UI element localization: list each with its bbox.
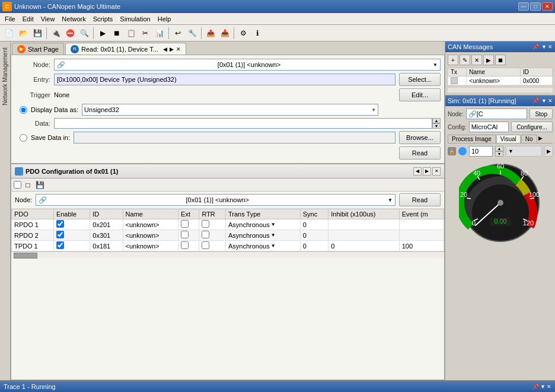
- toolbar-btn13[interactable]: ℹ: [251, 27, 264, 40]
- toolbar-btn9[interactable]: 🔧: [186, 27, 199, 40]
- sim-node-combo[interactable]: 🔗 [C: [466, 109, 528, 119]
- toolbar-btn5[interactable]: 📋: [125, 27, 138, 40]
- can-btn3[interactable]: ✕: [471, 55, 482, 65]
- toolbar-open[interactable]: 📂: [17, 27, 30, 40]
- pdo-nav-right[interactable]: ▶: [423, 167, 431, 176]
- pdo-btn2[interactable]: 💾: [34, 180, 45, 190]
- can-btn4[interactable]: ▶: [483, 55, 494, 65]
- browse-button[interactable]: Browse...: [399, 131, 441, 144]
- pdo-enable-0[interactable]: [53, 219, 90, 230]
- pdo-read-button[interactable]: Read: [399, 193, 441, 206]
- process-nav[interactable]: ▶: [544, 146, 553, 157]
- pdo-enable-check-0[interactable]: [56, 220, 64, 228]
- menu-scripts[interactable]: Scripts: [90, 14, 117, 24]
- sim-tab-nav[interactable]: ▶: [538, 135, 543, 143]
- toolbar-btn6[interactable]: ✂: [139, 27, 152, 40]
- close-button[interactable]: ✕: [542, 2, 553, 11]
- trace-expand[interactable]: ▼: [540, 384, 546, 390]
- pdo-rtr-0[interactable]: [199, 219, 226, 230]
- pdo-rtr-check-0[interactable]: [202, 220, 209, 228]
- read-button[interactable]: Read: [399, 146, 441, 160]
- sim-expand-btn[interactable]: ▼: [541, 98, 547, 104]
- tab-start[interactable]: ▶ Start Page: [12, 43, 64, 55]
- pdo-enable-check-1[interactable]: [56, 231, 64, 238]
- tab-read-nav-right[interactable]: ▶: [170, 46, 174, 52]
- stop-button[interactable]: Stop: [530, 109, 553, 119]
- can-btn5[interactable]: ⏹: [495, 55, 506, 65]
- node-combo[interactable]: 🔗 [0x01 (1)] <unknown> ▼: [54, 59, 441, 71]
- can-expand-btn[interactable]: ▼: [541, 44, 547, 50]
- data-spin-up[interactable]: ▲: [432, 118, 441, 123]
- pdo-ext-1[interactable]: [178, 230, 199, 241]
- save-radio[interactable]: [20, 134, 27, 142]
- tab-read-nav-left[interactable]: ◀: [163, 46, 167, 52]
- network-management-tab[interactable]: Network Management: [0, 42, 11, 380]
- pdo-rtr-1[interactable]: [199, 230, 226, 241]
- pdo-close[interactable]: ✕: [432, 167, 441, 176]
- configure-button[interactable]: Configure...: [511, 122, 553, 132]
- toolbar-btn11[interactable]: 📥: [218, 27, 231, 40]
- toolbar-scan[interactable]: 🔍: [78, 27, 91, 40]
- menu-help[interactable]: Help: [154, 14, 175, 24]
- tab-read[interactable]: R Read: 0x01 (1), Device T... ◀ ▶ ✕: [65, 43, 186, 55]
- pdo-ext-check-2[interactable]: [181, 241, 189, 249]
- pdo-rtr-check-1[interactable]: [202, 231, 209, 238]
- pdo-ext-0[interactable]: [178, 219, 199, 230]
- can-btn1[interactable]: +: [448, 55, 458, 65]
- toolbar-connect[interactable]: 🔌: [49, 27, 62, 40]
- pdo-ext-check-0[interactable]: [181, 220, 189, 228]
- sim-tab-process[interactable]: Process Image: [448, 135, 496, 143]
- menu-network[interactable]: Network: [58, 14, 89, 24]
- can-hscroll[interactable]: [448, 88, 553, 93]
- toolbar-btn7[interactable]: 📊: [153, 27, 166, 40]
- menu-view[interactable]: View: [37, 14, 59, 24]
- pdo-enable-1[interactable]: [53, 230, 90, 241]
- data-input[interactable]: [54, 118, 432, 129]
- minimize-button[interactable]: —: [518, 2, 529, 11]
- can-close-button[interactable]: ✕: [548, 44, 553, 50]
- trans-combo-arrow-1[interactable]: ▼: [271, 232, 276, 238]
- edit-button[interactable]: Edit...: [399, 88, 441, 101]
- pdo-trans-2[interactable]: Asynchronous ▼: [225, 241, 300, 251]
- sim-tab-no[interactable]: No: [521, 135, 537, 143]
- pdo-trans-0[interactable]: Asynchronous ▼: [225, 219, 300, 230]
- data-spin-down[interactable]: ▼: [432, 123, 441, 129]
- pdo-rtr-check-2[interactable]: [202, 241, 209, 249]
- maximize-button[interactable]: □: [530, 2, 541, 11]
- menu-edit[interactable]: Edit: [19, 14, 37, 24]
- tab-read-close[interactable]: ✕: [176, 46, 181, 52]
- can-btn2[interactable]: ✎: [460, 55, 470, 65]
- display-combo[interactable]: Unsigned32 ▼: [82, 104, 378, 116]
- display-radio[interactable]: [20, 106, 27, 114]
- pdo-nav-left[interactable]: ◀: [413, 167, 422, 176]
- toolbar-btn3[interactable]: ▶: [96, 27, 109, 40]
- process-value[interactable]: 10: [469, 146, 493, 157]
- trans-combo-arrow-2[interactable]: ▼: [271, 243, 276, 248]
- sim-close-button[interactable]: ✕: [548, 98, 553, 104]
- pdo-trans-1[interactable]: Asynchronous ▼: [225, 230, 300, 241]
- toolbar-btn10[interactable]: 📤: [204, 27, 217, 40]
- trans-combo-arrow-0[interactable]: ▼: [271, 222, 276, 227]
- toolbar-save[interactable]: 💾: [31, 27, 44, 40]
- pdo-enable-check-2[interactable]: [56, 241, 64, 249]
- pdo-ext-2[interactable]: [178, 241, 199, 251]
- toolbar-disconnect[interactable]: ⛔: [63, 27, 76, 40]
- trace-pin[interactable]: 📌: [532, 384, 539, 390]
- pdo-btn1[interactable]: □: [23, 180, 33, 190]
- sim-tab-visual[interactable]: Visual: [496, 135, 521, 143]
- pdo-ext-check-1[interactable]: [181, 231, 189, 238]
- toolbar-btn8[interactable]: ↩: [171, 27, 184, 40]
- trace-close[interactable]: ✕: [547, 384, 551, 390]
- pdo-hscroll[interactable]: [11, 251, 444, 259]
- sim-pin-button[interactable]: 📌: [532, 98, 539, 104]
- menu-simulation[interactable]: Simulation: [116, 14, 154, 24]
- pdo-enable-2[interactable]: [53, 241, 90, 251]
- pdo-rtr-2[interactable]: [199, 241, 226, 251]
- save-path-input[interactable]: [74, 132, 395, 144]
- pdo-node-combo[interactable]: 🔗 [0x01 (1)] <unknown> ▼: [36, 194, 395, 206]
- lock-icon[interactable]: 🔒: [448, 147, 456, 155]
- process-spin-up[interactable]: ▲: [495, 146, 503, 151]
- toolbar-new[interactable]: 📄: [2, 27, 15, 40]
- pdo-check1[interactable]: [14, 181, 21, 189]
- process-spin-down[interactable]: ▼: [495, 151, 503, 157]
